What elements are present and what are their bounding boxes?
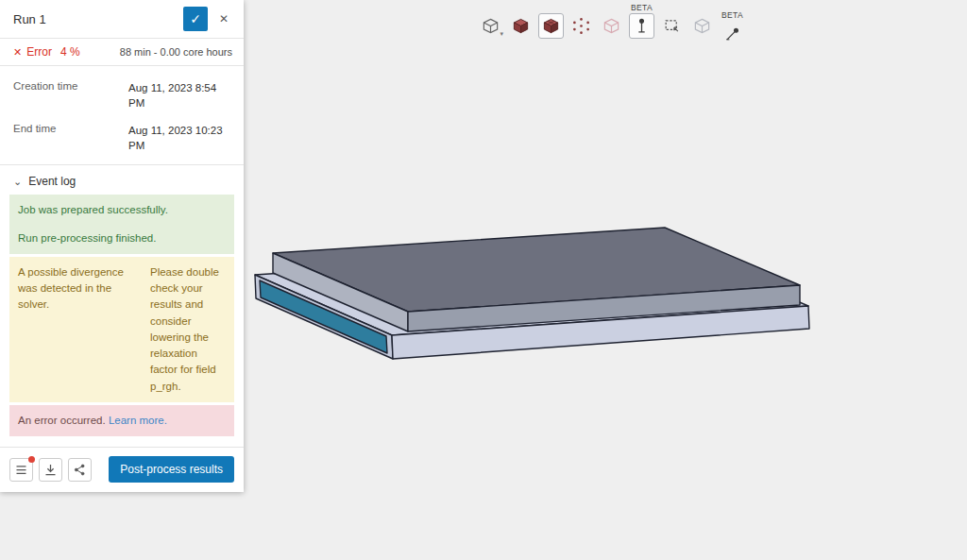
panel-header: Run 1 ✓ ✕ bbox=[0, 0, 244, 39]
run-title: Run 1 bbox=[13, 12, 183, 26]
error-message: An error occurred. bbox=[18, 415, 106, 426]
status-row: ✕ Error 4 % 88 min - 0.00 core hours bbox=[0, 39, 244, 66]
error-status: ✕ Error 4 % bbox=[13, 45, 80, 59]
log-message: Job was prepared successfully. bbox=[18, 202, 226, 218]
field-label: End time bbox=[13, 123, 128, 153]
error-icon: ✕ bbox=[13, 46, 22, 59]
inspect-tool-icon[interactable] bbox=[720, 21, 745, 46]
close-button[interactable]: ✕ bbox=[213, 8, 234, 29]
viewer-toolbar: ▾ BETA bbox=[478, 2, 745, 46]
event-log-toggle[interactable]: ⌄ Event log bbox=[0, 165, 244, 195]
learn-more-link[interactable]: Learn more. bbox=[109, 415, 167, 426]
mesh-nodes-icon[interactable] bbox=[568, 13, 594, 39]
dropdown-arrow-icon: ▾ bbox=[500, 30, 503, 38]
view-cube-icon[interactable]: ▾ bbox=[478, 13, 503, 39]
notification-dot bbox=[28, 456, 35, 463]
warning-cause: A possible divergence was detected in th… bbox=[18, 264, 137, 395]
warning-advice: Please double check your results and con… bbox=[150, 264, 226, 395]
solid-mesh-icon[interactable] bbox=[508, 13, 534, 39]
beta-badge: BETA bbox=[631, 3, 653, 12]
surface-mesh-icon[interactable] bbox=[538, 13, 564, 39]
field-creation-time: Creation time Aug 11, 2023 8:54 PM bbox=[0, 70, 244, 112]
run-log-button[interactable] bbox=[9, 458, 33, 482]
error-message-box: An error occurred. Learn more. bbox=[9, 405, 234, 436]
download-button[interactable] bbox=[39, 458, 62, 482]
event-log-messages: Job was prepared successfully. Run pre-p… bbox=[0, 195, 244, 436]
error-label: Error bbox=[26, 45, 52, 59]
chevron-down-icon: ⌄ bbox=[13, 177, 22, 187]
field-value: Aug 11, 2023 10:23 PM bbox=[128, 123, 232, 153]
success-message-box: Job was prepared successfully. Run pre-p… bbox=[9, 195, 234, 254]
field-label: Creation time bbox=[13, 80, 128, 110]
warning-message-box: A possible divergence was detected in th… bbox=[9, 257, 234, 402]
inspect-tool-group: BETA bbox=[720, 10, 745, 46]
share-button[interactable] bbox=[68, 458, 92, 482]
post-process-results-button[interactable]: Post-process results bbox=[109, 456, 234, 483]
beta-badge: BETA bbox=[721, 10, 743, 20]
transparent-cube-icon[interactable] bbox=[599, 13, 624, 39]
run-details-panel: Run 1 ✓ ✕ ✕ Error 4 % 88 min - 0.00 core… bbox=[0, 0, 244, 492]
clip-cube-icon[interactable] bbox=[689, 13, 715, 39]
event-log-title: Event log bbox=[28, 175, 76, 188]
confirm-button[interactable]: ✓ bbox=[183, 7, 208, 31]
probe-point-icon[interactable] bbox=[629, 13, 654, 39]
probe-point-group: BETA bbox=[629, 3, 654, 39]
log-message: Run pre-processing finished. bbox=[18, 230, 226, 246]
box-select-icon[interactable] bbox=[659, 13, 685, 39]
panel-footer: Post-process results bbox=[0, 447, 244, 492]
field-value: Aug 11, 2023 8:54 PM bbox=[128, 80, 232, 110]
error-percent: 4 % bbox=[60, 45, 80, 59]
run-duration: 88 min - 0.00 core hours bbox=[120, 46, 232, 58]
field-end-time: End time Aug 11, 2023 10:23 PM bbox=[0, 112, 244, 155]
run-metadata: Creation time Aug 11, 2023 8:54 PM End t… bbox=[0, 66, 244, 165]
